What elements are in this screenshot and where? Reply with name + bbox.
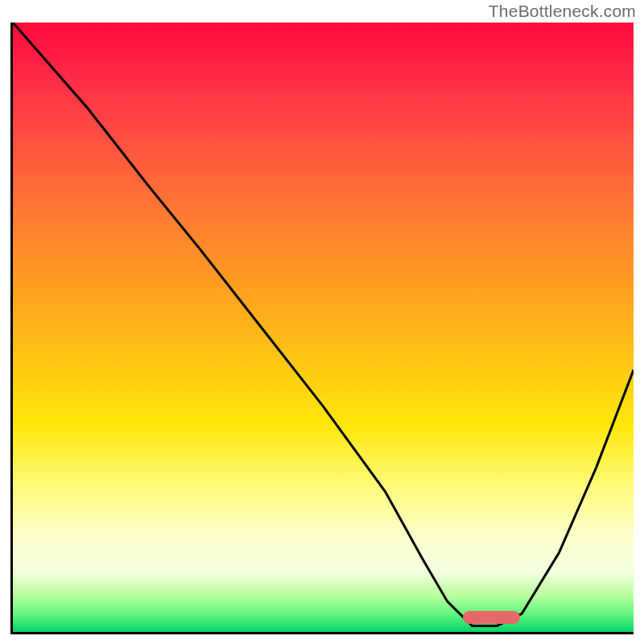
bottleneck-curve: [13, 23, 634, 632]
recommended-range-marker: [463, 611, 520, 624]
watermark-text: TheBottleneck.com: [489, 2, 636, 21]
curve-path: [13, 23, 634, 625]
plot-area: [10, 23, 634, 634]
